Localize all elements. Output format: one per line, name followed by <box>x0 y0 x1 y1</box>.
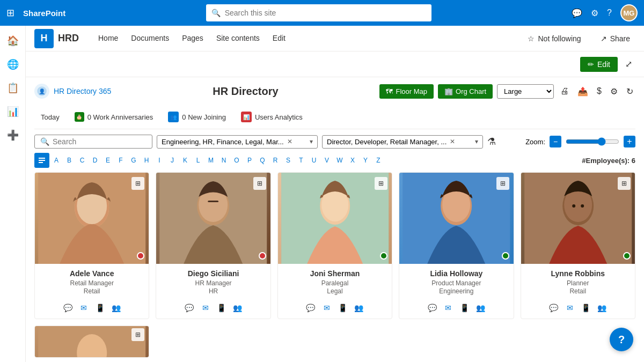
department-filter[interactable]: Engineering, HR, Finance, Legal, Mar... … <box>157 135 318 149</box>
waffle-icon[interactable]: ⊞ <box>6 7 14 19</box>
settings-gear-button[interactable]: ⚙ <box>608 84 620 99</box>
help-icon[interactable]: ? <box>607 8 612 18</box>
email-icon-lynne[interactable]: ✉ <box>565 302 575 313</box>
tab-new-joining[interactable]: 👥 0 New Joining <box>162 108 232 125</box>
email-icon-lidia[interactable]: ✉ <box>443 302 453 313</box>
card-grid-icon-partial[interactable]: ⊞ <box>131 328 144 341</box>
alpha-d[interactable]: D <box>89 154 101 166</box>
card-grid-icon-adele[interactable]: ⊞ <box>131 177 144 190</box>
edit-button[interactable]: ✏ Edit <box>580 57 618 72</box>
employee-card-adele[interactable]: ⊞ Adele Vance Retail Manager Retail 💬 ✉ … <box>34 172 149 319</box>
nav-home[interactable]: Home <box>92 26 125 51</box>
teams-icon-joni[interactable]: 👥 <box>354 302 364 313</box>
share-button[interactable]: ↗ Share <box>595 31 635 46</box>
alpha-o[interactable]: O <box>231 154 243 166</box>
alpha-y[interactable]: Y <box>360 154 371 166</box>
alpha-a[interactable]: A <box>50 154 62 166</box>
department-filter-clear[interactable]: ✕ <box>287 138 292 145</box>
sidebar-note-icon[interactable]: 📋 <box>2 77 24 99</box>
sidebar-add-icon[interactable]: ➕ <box>2 124 24 146</box>
dollar-button[interactable]: $ <box>595 84 604 98</box>
tab-users-analytics[interactable]: 📊 Users Analytics <box>235 108 309 125</box>
teams-icon-lynne[interactable]: 👥 <box>597 302 608 313</box>
refresh-button[interactable]: ↻ <box>624 84 635 99</box>
alpha-q[interactable]: Q <box>257 154 268 166</box>
alpha-v[interactable]: V <box>321 154 333 166</box>
alpha-b[interactable]: B <box>63 154 75 166</box>
phone-icon-lynne[interactable]: 📱 <box>581 302 591 313</box>
employee-card-diego[interactable]: ⊞ Diego Siciliani HR Manager HR 💬 ✉ 📱 👥 <box>156 172 270 319</box>
tab-work-anniversaries[interactable]: 🎂 0 Work Anniversaries <box>68 109 160 125</box>
search-input[interactable] <box>225 9 426 17</box>
nav-pages[interactable]: Pages <box>175 26 210 51</box>
employee-card-partial[interactable]: ⊞ <box>34 326 149 358</box>
phone-icon-lidia[interactable]: 📱 <box>459 302 470 313</box>
zoom-plus-button[interactable]: + <box>624 136 635 147</box>
sidebar-globe-icon[interactable]: 🌐 <box>2 54 24 75</box>
floor-map-button[interactable]: 🗺 Floor Map <box>379 84 434 99</box>
email-icon-joni[interactable]: ✉ <box>321 302 332 313</box>
alpha-e[interactable]: E <box>102 154 114 166</box>
alpha-l[interactable]: L <box>192 154 204 166</box>
zoom-slider[interactable] <box>566 137 619 146</box>
export-button[interactable]: 📤 <box>575 84 590 99</box>
site-logo[interactable]: H <box>34 29 54 48</box>
alpha-u[interactable]: U <box>308 154 320 166</box>
print-button[interactable]: 🖨 <box>558 84 571 98</box>
comment-icon[interactable]: 💬 <box>572 8 582 18</box>
teams-icon-diego[interactable]: 👥 <box>232 302 243 313</box>
phone-icon-joni[interactable]: 📱 <box>338 302 348 313</box>
chat-icon-lidia[interactable]: 💬 <box>427 302 437 313</box>
alpha-r[interactable]: R <box>269 154 281 166</box>
teams-icon-adele[interactable]: 👥 <box>111 302 121 313</box>
alpha-x[interactable]: X <box>347 154 358 166</box>
chat-icon-adele[interactable]: 💬 <box>62 302 73 313</box>
alpha-c[interactable]: C <box>76 154 88 166</box>
alpha-w[interactable]: W <box>334 154 346 166</box>
not-following-button[interactable]: ☆ Not following <box>522 31 586 46</box>
chat-icon-lynne[interactable]: 💬 <box>548 302 559 313</box>
card-grid-icon-lynne[interactable]: ⊞ <box>618 177 631 190</box>
card-grid-icon-diego[interactable]: ⊞ <box>253 177 266 190</box>
filter-button[interactable]: ⚗ <box>487 136 496 147</box>
employee-card-lidia[interactable]: ⊞ Lidia Holloway Product Manager Enginee… <box>399 172 514 319</box>
alpha-k[interactable]: K <box>179 154 191 166</box>
sidebar-home-icon[interactable]: 🏠 <box>2 30 24 51</box>
sidebar-apps-icon[interactable]: 📊 <box>2 101 24 122</box>
nav-documents[interactable]: Documents <box>125 26 175 51</box>
nav-edit[interactable]: Edit <box>266 26 292 51</box>
alpha-all-button[interactable] <box>34 153 49 168</box>
help-fab-button[interactable]: ? <box>610 328 633 351</box>
card-grid-icon-lidia[interactable]: ⊞ <box>496 177 509 190</box>
email-icon-diego[interactable]: ✉ <box>200 302 211 313</box>
alpha-s[interactable]: S <box>282 154 294 166</box>
org-chart-button[interactable]: 🏢 Org Chart <box>438 84 493 99</box>
settings-icon[interactable]: ⚙ <box>591 8 598 18</box>
card-grid-icon-joni[interactable]: ⊞ <box>375 177 387 190</box>
phone-icon-adele[interactable]: 📱 <box>94 302 105 313</box>
email-icon-adele[interactable]: ✉ <box>78 302 89 313</box>
alpha-n[interactable]: N <box>218 154 230 166</box>
alpha-g[interactable]: G <box>128 154 140 166</box>
alpha-p[interactable]: P <box>244 154 255 166</box>
role-filter-clear[interactable]: ✕ <box>450 138 455 145</box>
chat-icon-diego[interactable]: 💬 <box>184 302 195 313</box>
alpha-t[interactable]: T <box>295 154 307 166</box>
employee-card-joni[interactable]: ⊞ Joni Sherman Paralegal Legal 💬 ✉ 📱 👥 <box>277 172 392 319</box>
alpha-z[interactable]: Z <box>372 154 384 166</box>
teams-icon-lidia[interactable]: 👥 <box>475 302 486 313</box>
alpha-h[interactable]: H <box>141 154 152 166</box>
zoom-minus-button[interactable]: − <box>550 136 561 147</box>
tab-today[interactable]: Today <box>34 110 66 124</box>
alpha-j[interactable]: J <box>166 154 178 166</box>
alpha-m[interactable]: M <box>205 154 217 166</box>
employee-search-input[interactable] <box>53 137 147 146</box>
expand-button[interactable]: ⤢ <box>622 56 635 72</box>
avatar[interactable]: MG <box>620 4 638 21</box>
chat-icon-joni[interactable]: 💬 <box>305 302 316 313</box>
size-select[interactable]: Large Small Medium Extra Large <box>497 84 554 99</box>
alpha-i[interactable]: I <box>153 154 165 166</box>
phone-icon-diego[interactable]: 📱 <box>216 302 227 313</box>
employee-card-lynne[interactable]: ⊞ Lynne Robbins Planner Retail 💬 ✉ 📱 👥 <box>521 172 635 319</box>
role-filter[interactable]: Director, Developer, Retail Manager, ...… <box>322 135 483 149</box>
